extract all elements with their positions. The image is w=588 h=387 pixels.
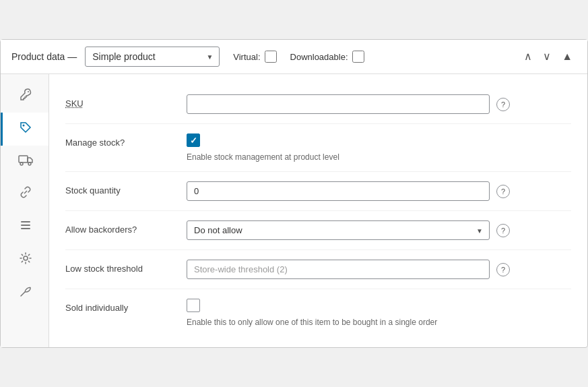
stock-quantity-row: Stock quantity ? [65, 172, 571, 211]
link-icon [19, 185, 32, 202]
manage-stock-checkbox[interactable] [187, 133, 200, 147]
low-stock-threshold-label: Low stock threshold [65, 260, 187, 274]
sold-individually-label: Sold individually [65, 299, 187, 313]
product-type-wrapper[interactable]: Simple product Variable product Grouped … [85, 47, 220, 67]
downloadable-group: Downloadable: [290, 51, 364, 63]
allow-backorders-row: Allow backorders? Do not allow Allow, bu… [65, 211, 571, 250]
downloadable-checkbox[interactable] [352, 51, 364, 63]
sku-input[interactable] [187, 94, 490, 114]
svg-rect-2 [19, 156, 28, 162]
product-type-select[interactable]: Simple product Variable product Grouped … [85, 47, 220, 67]
low-stock-threshold-help-icon[interactable]: ? [496, 263, 510, 276]
sidebar-item-general[interactable] [1, 80, 48, 113]
manage-stock-row: Manage stock? Enable stock management at… [65, 124, 571, 172]
panel-body: SKU ? Manage stock? Enable stock managem… [1, 74, 587, 347]
sku-input-row: ? [187, 94, 571, 114]
sold-individually-row: Sold individually Enable this to only al… [65, 289, 571, 336]
collapse-button[interactable]: ▲ [558, 49, 577, 65]
sidebar-item-others[interactable] [1, 276, 48, 309]
sku-row: SKU ? [65, 85, 571, 124]
manage-stock-field: Enable stock management at product level [187, 133, 571, 162]
svg-rect-6 [21, 225, 30, 226]
low-stock-threshold-input-row: ? [187, 260, 571, 279]
sidebar [1, 74, 49, 347]
svg-rect-5 [21, 221, 30, 222]
sold-individually-field: Enable this to only allow one of this it… [187, 299, 571, 327]
svg-point-3 [20, 162, 23, 165]
sold-individually-checkbox[interactable] [187, 299, 200, 312]
manage-stock-label: Manage stock? [65, 133, 187, 148]
header-actions: ∧ ∨ ▲ [520, 49, 577, 65]
sku-help-icon[interactable]: ? [496, 98, 510, 111]
sold-individually-hint: Enable this to only allow one of this it… [187, 318, 571, 327]
manage-stock-hint: Enable stock management at product level [187, 152, 571, 162]
downloadable-label: Downloadable: [290, 52, 348, 62]
virtual-group: Virtual: [233, 51, 276, 63]
stock-quantity-input-row: ? [187, 181, 571, 201]
sku-label: SKU [65, 94, 187, 109]
product-data-panel: Product data — Simple product Variable p… [0, 39, 588, 348]
sidebar-item-inventory[interactable] [1, 113, 48, 146]
allow-backorders-label: Allow backorders? [65, 220, 187, 235]
virtual-label: Virtual: [233, 52, 260, 62]
form-content: SKU ? Manage stock? Enable stock managem… [49, 74, 587, 347]
sku-field: ? [187, 94, 571, 114]
gear-icon [19, 251, 32, 268]
truck-icon [18, 154, 33, 169]
svg-point-4 [28, 162, 31, 165]
tool-icon [19, 285, 32, 301]
sidebar-item-advanced[interactable] [1, 243, 48, 276]
svg-rect-7 [21, 228, 30, 229]
allow-backorders-select[interactable]: Do not allow Allow, but notify customer … [187, 220, 490, 240]
svg-point-1 [23, 125, 25, 127]
stock-quantity-label: Stock quantity [65, 181, 187, 196]
stock-quantity-help-icon[interactable]: ? [496, 185, 510, 198]
tag-icon [19, 121, 32, 138]
allow-backorders-input-row: Do not allow Allow, but notify customer … [187, 220, 571, 240]
sidebar-item-attributes[interactable] [1, 210, 48, 243]
svg-point-0 [28, 91, 29, 92]
panel-title: Product data — [11, 51, 77, 62]
move-down-button[interactable]: ∨ [539, 49, 555, 65]
allow-backorders-select-wrapper[interactable]: Do not allow Allow, but notify customer … [187, 220, 490, 240]
list-icon [19, 218, 32, 235]
low-stock-threshold-row: Low stock threshold ? [65, 250, 571, 289]
svg-point-8 [24, 256, 28, 260]
sidebar-item-shipping[interactable] [1, 146, 48, 177]
move-up-button[interactable]: ∧ [520, 49, 536, 65]
virtual-checkbox[interactable] [265, 51, 277, 63]
allow-backorders-help-icon[interactable]: ? [496, 224, 510, 237]
allow-backorders-field: Do not allow Allow, but notify customer … [187, 220, 571, 240]
sidebar-item-linked[interactable] [1, 177, 48, 210]
stock-quantity-field: ? [187, 181, 571, 201]
low-stock-threshold-field: ? [187, 260, 571, 279]
low-stock-threshold-input[interactable] [187, 260, 490, 279]
wrench-icon [19, 88, 32, 105]
panel-header: Product data — Simple product Variable p… [1, 40, 587, 74]
stock-quantity-input[interactable] [187, 181, 490, 201]
